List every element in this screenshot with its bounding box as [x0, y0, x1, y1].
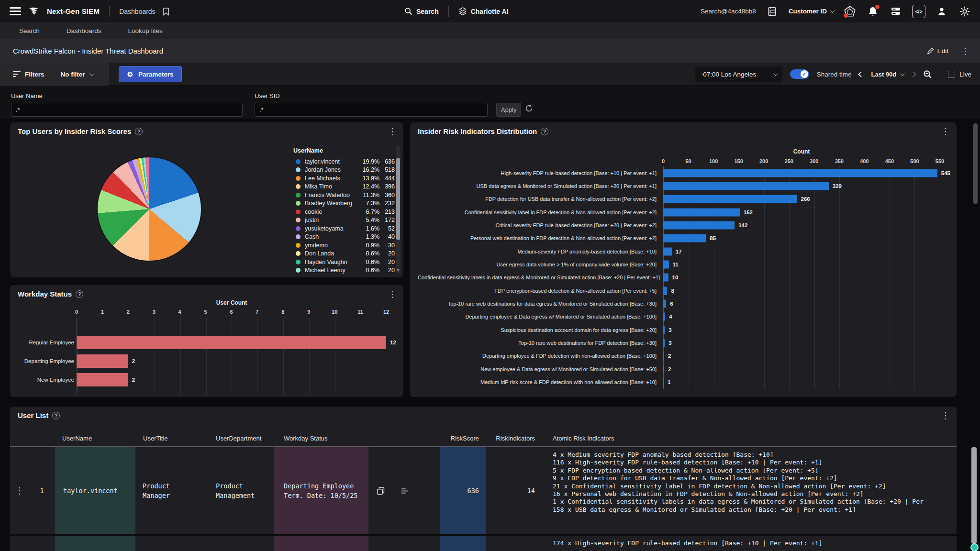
- dashboard-menu-kebab[interactable]: ⋮: [961, 47, 969, 55]
- bar[interactable]: [77, 354, 128, 368]
- bar-label: High-severity FDP rule-based detection […: [418, 170, 657, 176]
- threat-graph-icon[interactable]: [843, 5, 857, 18]
- table-row[interactable]: ⋮SalesDeparting Employee174 x High-sever…: [10, 534, 957, 551]
- apply-button[interactable]: Apply: [496, 103, 521, 117]
- table-scrollbar-thumb[interactable]: [971, 447, 977, 544]
- bar[interactable]: [663, 234, 706, 242]
- bar[interactable]: [663, 208, 740, 216]
- page-scrollbar-thumb[interactable]: [973, 123, 978, 204]
- edit-button[interactable]: Edit: [927, 47, 948, 55]
- user-profile-icon[interactable]: [935, 5, 948, 18]
- legend-color-dot: [296, 176, 301, 181]
- parameters-button[interactable]: Parameters: [119, 66, 182, 82]
- legend-item[interactable]: justin5.4%172: [293, 216, 395, 225]
- bar[interactable]: [663, 378, 664, 386]
- data-source-icon[interactable]: [766, 5, 779, 18]
- legend-item[interactable]: Hayden Vaughn0.6%20: [293, 258, 395, 266]
- time-back-arrow[interactable]: [858, 71, 865, 77]
- bar[interactable]: [663, 182, 829, 190]
- feedback-chat-icon[interactable]: [889, 5, 902, 18]
- help-icon[interactable]: ?: [52, 412, 60, 419]
- legend-item[interactable]: taylor.vincent19.9%636: [293, 157, 395, 166]
- panel-menu-kebab[interactable]: ⋮: [388, 126, 397, 137]
- shared-time-toggle[interactable]: ✓: [790, 69, 809, 79]
- bar[interactable]: [77, 336, 386, 349]
- tick-label: 9: [307, 309, 310, 315]
- customer-id-dropdown[interactable]: Customer ID: [789, 8, 834, 15]
- legend-item[interactable]: Michael Leeroy0.6%20: [293, 266, 395, 275]
- column-header-riskscore[interactable]: RiskScore: [440, 435, 486, 442]
- column-header-username[interactable]: UserName: [55, 435, 135, 442]
- bar[interactable]: [663, 261, 669, 269]
- scroll-down-arrow[interactable]: ▼: [396, 267, 401, 273]
- list-icon[interactable]: [401, 488, 408, 494]
- user-name-input[interactable]: [11, 103, 243, 117]
- charlotte-ai-button[interactable]: Charlotte AI: [458, 7, 509, 16]
- live-checkbox[interactable]: [948, 71, 955, 78]
- legend-item[interactable]: Francis Waterloo11.3%360: [293, 191, 395, 199]
- copy-icon[interactable]: [377, 487, 385, 495]
- global-search-button[interactable]: Search: [404, 7, 439, 15]
- column-header-atomic-risk-indicators[interactable]: Atomic Risk Indicators: [553, 435, 957, 442]
- legend-item[interactable]: ymdemo0.9%30: [293, 241, 395, 250]
- row-kebab[interactable]: ⋮: [15, 486, 24, 495]
- zoom-out-icon[interactable]: [923, 70, 932, 79]
- legend-item[interactable]: yusuketoyama1.6%52: [293, 224, 395, 233]
- hamburger-menu-icon[interactable]: [10, 7, 21, 16]
- nav-tab-lookup-files[interactable]: Lookup files: [128, 27, 163, 34]
- bar[interactable]: [663, 195, 797, 203]
- column-header-riskindicators[interactable]: RiskIndicators: [486, 435, 536, 442]
- legend-item[interactable]: Don Landa0.6%20: [293, 250, 395, 258]
- time-forward-arrow[interactable]: [910, 71, 916, 77]
- api-code-icon[interactable]: </>: [912, 5, 925, 18]
- tick-label: 2: [127, 309, 130, 315]
- column-header-workday-status[interactable]: Workday Status: [274, 435, 368, 442]
- help-icon[interactable]: ?: [541, 128, 548, 135]
- user-sid-input[interactable]: [255, 103, 488, 117]
- bar[interactable]: [663, 221, 735, 230]
- table-row[interactable]: ⋮1taylor.vincentProduct ManagerProduct M…: [10, 447, 957, 534]
- bookmark-icon[interactable]: [162, 7, 170, 16]
- bar[interactable]: [663, 247, 672, 255]
- search-context-label[interactable]: Search@4ac48bb8: [701, 8, 756, 15]
- column-header-usertitle[interactable]: UserTitle: [135, 435, 209, 442]
- timezone-select[interactable]: -07:00 Los Angeles: [695, 66, 782, 82]
- assistant-bubble[interactable]: [970, 543, 979, 551]
- bar[interactable]: [663, 300, 666, 308]
- panel-menu-kebab[interactable]: ⋮: [388, 289, 397, 299]
- bar[interactable]: [663, 352, 664, 360]
- scrollbar-thumb[interactable]: [396, 158, 400, 240]
- help-icon[interactable]: ?: [135, 128, 143, 135]
- notifications-bell-icon[interactable]: [866, 5, 880, 18]
- nav-tab-search[interactable]: Search: [19, 27, 40, 34]
- legend-item[interactable]: Lee Michaels13.9%444: [293, 174, 395, 183]
- legend-item[interactable]: Cash1.3%40: [293, 233, 395, 242]
- x-axis-title: Count: [793, 148, 810, 155]
- bar[interactable]: [663, 339, 665, 347]
- legend-item[interactable]: Jordan Jones16.2%518: [293, 166, 395, 175]
- bar[interactable]: [663, 313, 665, 321]
- bar[interactable]: [663, 274, 668, 282]
- nav-tab-dashboards[interactable]: Dashboards: [67, 27, 101, 34]
- panel-menu-kebab[interactable]: ⋮: [941, 410, 950, 421]
- bar[interactable]: [663, 287, 667, 295]
- bar[interactable]: [663, 365, 664, 373]
- help-icon[interactable]: ?: [76, 290, 83, 298]
- bar[interactable]: [663, 169, 937, 177]
- bar[interactable]: [77, 373, 128, 386]
- topbar-section[interactable]: Dashboards: [119, 8, 156, 15]
- legend-item[interactable]: cookie6.7%213: [293, 208, 395, 216]
- pie-chart[interactable]: [98, 157, 201, 261]
- bar[interactable]: [663, 326, 665, 334]
- panel-risk-indicators: Insider Risk Indicators Distribution ? ⋮…: [410, 122, 957, 397]
- panel-menu-kebab[interactable]: ⋮: [941, 126, 950, 137]
- legend-item[interactable]: Mika Timo12.4%396: [293, 183, 395, 191]
- column-header-userdepartment[interactable]: UserDepartment: [209, 435, 274, 442]
- time-range-select[interactable]: Last 90d: [871, 71, 903, 78]
- filter-select[interactable]: No filter: [61, 71, 93, 78]
- legend-scrollbar[interactable]: ▼: [396, 145, 401, 274]
- theme-sun-icon[interactable]: [958, 5, 971, 18]
- refresh-icon[interactable]: [524, 104, 534, 113]
- legend-item[interactable]: Bradley Weinberg7.3%232: [293, 199, 395, 208]
- filters-button[interactable]: Filters: [13, 71, 45, 78]
